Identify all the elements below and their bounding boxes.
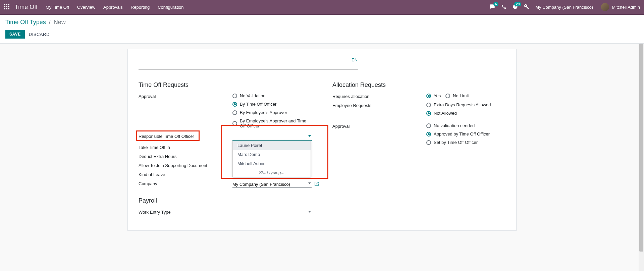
menu-overview[interactable]: Overview [77, 5, 95, 10]
radio-by-time-off-officer[interactable]: By Time Off Officer [232, 102, 319, 107]
messages-icon[interactable]: 6 [490, 4, 495, 10]
company-selector[interactable]: My Company (San Francisco) [535, 5, 593, 10]
menu-approvals[interactable]: Approvals [103, 5, 123, 10]
chevron-down-icon[interactable] [308, 135, 311, 137]
label-work-entry-type: Work Entry Type [139, 209, 232, 215]
company-input[interactable] [232, 180, 312, 188]
app-brand[interactable]: Time Off [15, 4, 38, 11]
breadcrumb-sep: / [49, 19, 51, 25]
topnav-right: 6 29 My Company (San Francisco) Mitchell… [490, 3, 640, 11]
radio-extra-days-allowed[interactable]: Extra Days Requests Allowed [426, 102, 505, 107]
label-requires-allocation: Requires allocation [332, 93, 426, 99]
external-link-icon[interactable] [314, 181, 319, 187]
activities-badge: 29 [514, 2, 521, 6]
activities-icon[interactable]: 29 [513, 4, 518, 10]
debug-icon[interactable] [524, 4, 529, 10]
user-name: Mitchell Admin [612, 5, 640, 10]
responsible-officer-menu: Laurie Poiret Marc Demo Mitchell Admin S… [232, 141, 311, 177]
title-input-underline[interactable] [139, 57, 358, 69]
control-panel: Time Off Types / New SAVE DISCARD [0, 15, 644, 44]
main-menu: My Time Off Overview Approvals Reporting… [46, 5, 490, 10]
radio-requires-yes[interactable]: Yes [426, 93, 441, 98]
radio-set-by-officer[interactable]: Set by Time Off Officer [426, 140, 505, 145]
right-column: Allocation Requests Requires allocation … [332, 82, 505, 220]
scrollbar[interactable] [639, 44, 644, 271]
label-approval: Approval [139, 93, 232, 99]
chevron-down-icon[interactable] [308, 182, 311, 184]
label-alloc-approval: Approval [332, 123, 426, 129]
discard-button[interactable]: DISCARD [29, 32, 50, 37]
radio-by-approver-and-officer[interactable]: By Employee's Approver and Time Off Offi… [232, 118, 319, 128]
left-column: Time Off Requests Approval No Validation… [139, 82, 319, 220]
radio-by-employees-approver[interactable]: By Employee's Approver [232, 110, 319, 115]
messages-badge: 6 [493, 2, 499, 6]
form-sheet: EN Time Off Requests Approval No Validat… [127, 49, 517, 231]
section-payroll: Payroll [139, 197, 319, 204]
radio-no-validation-needed[interactable]: No validation needed [426, 123, 505, 128]
menu-reporting[interactable]: Reporting [131, 5, 150, 10]
apps-icon[interactable] [4, 4, 10, 10]
user-menu[interactable]: Mitchell Admin [599, 3, 640, 11]
label-take-time-off-in: Take Time Off in [139, 144, 232, 150]
dropdown-item[interactable]: Mitchell Admin [233, 159, 311, 168]
breadcrumb: Time Off Types / New [5, 19, 639, 26]
radio-approved-by-officer[interactable]: Approved by Time Off Officer [426, 131, 505, 137]
top-navbar: Time Off My Time Off Overview Approvals … [0, 0, 644, 14]
radio-requires-no-limit[interactable]: No Limit [445, 93, 469, 98]
work-entry-type-dropdown[interactable] [232, 209, 312, 216]
work-entry-type-input[interactable] [232, 209, 312, 216]
phone-icon[interactable] [501, 4, 506, 10]
radio-no-validation[interactable]: No Validation [232, 93, 319, 98]
section-allocation-requests: Allocation Requests [332, 82, 505, 89]
section-time-off-requests: Time Off Requests [139, 82, 319, 89]
company-dropdown[interactable] [232, 180, 312, 188]
dropdown-item[interactable]: Laurie Poiret [233, 141, 311, 150]
radio-not-allowed[interactable]: Not Allowed [426, 111, 505, 116]
responsible-officer-dropdown[interactable]: Laurie Poiret Marc Demo Mitchell Admin S… [232, 133, 312, 141]
label-responsible-officer: Responsible Time Off Officer [139, 133, 232, 139]
lang-indicator[interactable]: EN [352, 57, 358, 62]
label-kind-of-leave: Kind of Leave [139, 171, 232, 177]
save-button[interactable]: SAVE [5, 30, 25, 39]
responsible-officer-input[interactable] [232, 133, 312, 141]
chevron-down-icon[interactable] [308, 211, 311, 213]
label-company: Company [139, 180, 232, 186]
label-employee-requests: Employee Requests [332, 102, 426, 108]
scrollbar-thumb[interactable] [639, 44, 643, 252]
breadcrumb-root[interactable]: Time Off Types [5, 19, 46, 25]
label-allow-supporting-doc: Allow To Join Supporting Document [139, 162, 232, 168]
avatar [601, 3, 609, 11]
label-deduct-extra-hours: Deduct Extra Hours [139, 153, 232, 159]
breadcrumb-current: New [54, 19, 66, 25]
dropdown-hint: Start typing... [233, 168, 311, 177]
menu-configuration[interactable]: Configuration [158, 5, 183, 10]
dropdown-item[interactable]: Marc Demo [233, 150, 311, 159]
menu-my-time-off[interactable]: My Time Off [46, 5, 69, 10]
